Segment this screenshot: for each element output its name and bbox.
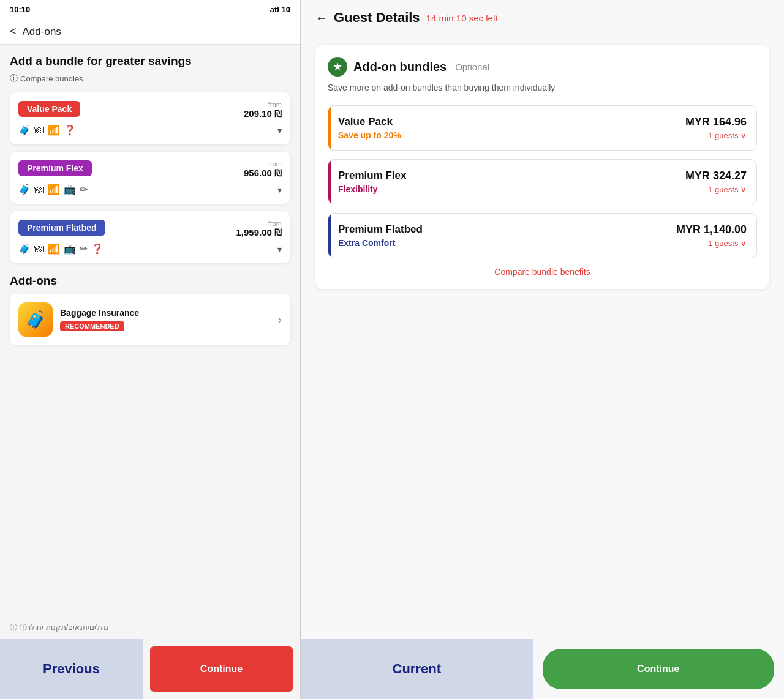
value-pack-icons: 🧳 🍽 📶 ❓ xyxy=(18,124,76,136)
left-bottom-buttons: Previous Continue xyxy=(0,639,300,699)
value-pack-option-subtitle: Save up to 20% xyxy=(338,130,401,140)
premium-flex-price: from 956.00 ₪ xyxy=(244,160,282,179)
premium-flex-dropdown[interactable]: ▾ xyxy=(277,185,282,195)
premium-flex-option-right: MYR 324.27 1 guests ∨ xyxy=(685,170,747,194)
addon-icon: 🧳 xyxy=(18,302,53,337)
star-icon: ★ xyxy=(328,57,347,77)
addon-card[interactable]: 🧳 Baggage Insurance RECOMMENDED › xyxy=(10,294,290,345)
value-pack-option-left: Value Pack Save up to 20% xyxy=(338,116,401,140)
value-pack-option-price: MYR 164.96 xyxy=(685,116,747,129)
compare-link-left[interactable]: ⓘ Compare bundles xyxy=(10,73,290,84)
compare-bundles-link[interactable]: Compare bundle benefits xyxy=(328,267,757,277)
right-card-header: ★ Add-on bundles Optional xyxy=(328,57,757,77)
wifi-icon-3: 📶 xyxy=(48,243,60,255)
timer: 14 min 10 sec left xyxy=(426,13,499,23)
status-time: 10:10 xyxy=(10,5,30,14)
premium-flat-option-title: Premium Flatbed xyxy=(338,223,423,236)
premium-flex-option-guests[interactable]: 1 guests ∨ xyxy=(685,185,747,194)
premium-flat-price: from 1,959.00 ₪ xyxy=(236,220,282,238)
left-section-title: Add a bundle for greater savings xyxy=(10,54,290,68)
wifi-icon-2: 📶 xyxy=(48,184,60,195)
status-bar: 10:10 atl 10 xyxy=(0,0,300,19)
luggage-icon: 🧳 xyxy=(18,124,31,136)
right-page-title: Guest Details xyxy=(334,10,420,26)
value-pack-option-title: Value Pack xyxy=(338,116,401,128)
addon-arrow[interactable]: › xyxy=(278,313,282,326)
back-arrow-left[interactable]: < xyxy=(10,25,17,38)
premium-flat-option-subtitle: Extra Comfort xyxy=(338,238,423,248)
food-icon: 🍽 xyxy=(34,125,44,136)
premium-flex-icons: 🧳 🍽 📶 📺 ✏ xyxy=(18,184,88,195)
premium-flat-option-price: MYR 1,140.00 xyxy=(676,223,747,236)
premium-flat-icons: 🧳 🍽 📶 📺 ✏ ❓ xyxy=(18,243,104,255)
info-icon-bundle: ❓ xyxy=(64,124,76,136)
right-card-optional: Optional xyxy=(455,62,489,72)
status-signal: atl 10 xyxy=(270,5,290,14)
value-pack-dropdown[interactable]: ▾ xyxy=(277,125,282,135)
left-footer-note: ⓘ ⓘ נהלים/תנאים/תקנות יחולו xyxy=(0,616,300,639)
right-bottom-buttons: Current Continue xyxy=(301,639,784,699)
left-page-title: Add-ons xyxy=(23,26,61,38)
bundle-card-value[interactable]: Value Pack from 209.10 ₪ 🧳 🍽 📶 ❓ ▾ xyxy=(10,92,290,144)
premium-flex-option-subtitle: Flexibility xyxy=(338,184,407,194)
question-icon: ❓ xyxy=(91,243,104,255)
footer-info-icon: ⓘ xyxy=(10,622,17,633)
continue-button-right[interactable]: Continue xyxy=(543,649,775,689)
right-card-title: Add-on bundles xyxy=(353,60,447,74)
value-pack-option-guests[interactable]: 1 guests ∨ xyxy=(685,131,747,140)
current-button[interactable]: Current xyxy=(301,639,533,699)
luggage-icon-2: 🧳 xyxy=(18,184,31,195)
edit-icon-2: ✏ xyxy=(80,243,88,255)
premium-flex-option-title: Premium Flex xyxy=(338,170,407,182)
premium-flex-option-price: MYR 324.27 xyxy=(685,170,747,182)
addon-info: Baggage Insurance RECOMMENDED xyxy=(60,308,271,331)
right-panel: ← Guest Details 14 min 10 sec left ★ Add… xyxy=(301,0,784,699)
right-header: ← Guest Details 14 min 10 sec left xyxy=(301,0,784,32)
premium-flex-badge: Premium Flex xyxy=(18,160,92,176)
bundle-option-premium-flex[interactable]: Premium Flex Flexibility MYR 324.27 1 gu… xyxy=(328,159,757,204)
info-icon: ⓘ xyxy=(10,73,18,84)
previous-button[interactable]: Previous xyxy=(0,639,143,699)
tv-icon: 📺 xyxy=(64,184,76,195)
addons-section-title: Add-ons xyxy=(10,274,290,288)
luggage-icon-3: 🧳 xyxy=(18,243,31,255)
premium-flex-option-left: Premium Flex Flexibility xyxy=(338,170,407,194)
bundle-card-premium-flat[interactable]: Premium Flatbed from 1,959.00 ₪ 🧳 🍽 📶 📺 … xyxy=(10,211,290,263)
right-content: ★ Add-on bundles Optional Save more on a… xyxy=(301,32,784,639)
premium-flat-option-right: MYR 1,140.00 1 guests ∨ xyxy=(676,223,747,248)
value-pack-badge: Value Pack xyxy=(18,101,80,117)
left-content: Add a bundle for greater savings ⓘ Compa… xyxy=(0,45,300,616)
bundle-card-premium-flex[interactable]: Premium Flex from 956.00 ₪ 🧳 🍽 📶 📺 ✏ ▾ xyxy=(10,152,290,204)
value-pack-option-right: MYR 164.96 1 guests ∨ xyxy=(685,116,747,140)
wifi-icon: 📶 xyxy=(48,124,60,136)
continue-button-left[interactable]: Continue xyxy=(150,646,293,692)
premium-flat-option-left: Premium Flatbed Extra Comfort xyxy=(338,223,423,248)
bundle-option-premium-flat[interactable]: Premium Flatbed Extra Comfort MYR 1,140.… xyxy=(328,213,757,258)
right-card-desc: Save more on add-on bundles than buying … xyxy=(328,81,757,94)
edit-icon: ✏ xyxy=(80,184,88,195)
addon-title: Baggage Insurance xyxy=(60,308,271,318)
left-nav-bar: < Add-ons xyxy=(0,19,300,45)
food-icon-3: 🍽 xyxy=(34,244,44,255)
bundle-option-value-pack[interactable]: Value Pack Save up to 20% MYR 164.96 1 g… xyxy=(328,105,757,151)
premium-flat-dropdown[interactable]: ▾ xyxy=(277,244,282,254)
food-icon-2: 🍽 xyxy=(34,184,44,195)
addon-bundles-card: ★ Add-on bundles Optional Save more on a… xyxy=(315,45,769,289)
premium-flat-option-guests[interactable]: 1 guests ∨ xyxy=(676,239,747,248)
value-pack-price: from 209.10 ₪ xyxy=(244,101,282,119)
left-panel: 10:10 atl 10 < Add-ons Add a bundle for … xyxy=(0,0,300,699)
back-arrow-right[interactable]: ← xyxy=(315,11,328,25)
addon-recommended-badge: RECOMMENDED xyxy=(60,321,124,331)
tv-icon-2: 📺 xyxy=(64,243,76,255)
premium-flat-badge: Premium Flatbed xyxy=(18,220,105,236)
